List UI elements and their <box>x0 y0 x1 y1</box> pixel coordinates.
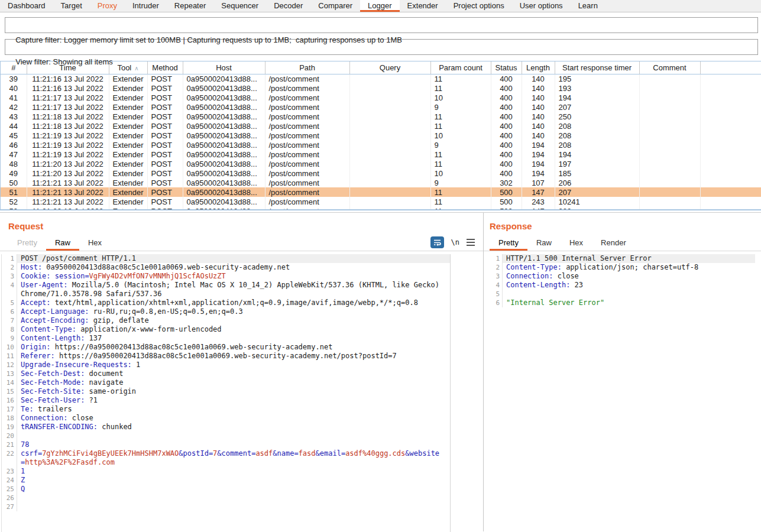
editor-line: 231 <box>2 467 450 476</box>
editor-line: 27 <box>2 502 450 511</box>
editor-line: 10Origin: https://0a9500020413d88ac08c5c… <box>2 343 450 352</box>
column-header-length[interactable]: Length <box>522 61 555 74</box>
menu-tab-target[interactable]: Target <box>53 0 90 12</box>
column-header-status[interactable]: Status <box>491 61 522 74</box>
menu-tab-user-options[interactable]: User options <box>512 0 571 12</box>
top-menu-bar: DashboardTargetProxyIntruderRepeaterSequ… <box>0 0 761 12</box>
editor-line: 3Connection: close <box>487 272 755 281</box>
tab-pretty[interactable]: Pretty <box>8 236 46 251</box>
editor-line: 25Q <box>2 485 450 494</box>
menu-tab-repeater[interactable]: Repeater <box>167 0 213 12</box>
editor-line: 24Z <box>2 476 450 485</box>
response-title: Response <box>490 221 761 231</box>
column-header-path[interactable]: Path <box>265 61 349 74</box>
table-row[interactable]: 4411:21:18 13 Jul 2022ExtenderPOST0a9500… <box>1 121 761 131</box>
response-panel: Response PrettyRawHexRender 1HTTP/1.1 50… <box>484 213 761 531</box>
tab-render[interactable]: Render <box>592 236 635 251</box>
column-header-tool[interactable]: Tool∧ <box>109 61 147 74</box>
request-editor[interactable]: 1POST /post/comment HTTP/1.12Host: 0a950… <box>1 254 451 532</box>
table-row[interactable]: 5111:21:21 13 Jul 2022ExtenderPOST0a9500… <box>1 187 761 197</box>
table-header-row: #TimeTool∧MethodHostPathQueryParam count… <box>1 61 761 74</box>
editor-line: 17Te: trailers <box>2 405 450 414</box>
editor-line: 2Content-Type: application/json; charset… <box>487 263 755 272</box>
word-wrap-icon <box>433 239 442 246</box>
newline-toggle-button[interactable]: \n <box>451 238 459 246</box>
editor-line: 4User-Agent: Mozilla/5.0 (Macintosh; Int… <box>2 281 450 299</box>
tab-pretty[interactable]: Pretty <box>490 236 527 251</box>
editor-line: 6"Internal Server Error" <box>487 299 755 307</box>
table-row[interactable]: 4911:21:20 13 Jul 2022ExtenderPOST0a9500… <box>1 168 761 178</box>
tab-hex[interactable]: Hex <box>79 236 111 251</box>
menu-tab-logger[interactable]: Logger <box>360 0 399 12</box>
response-tabs: PrettyRawHexRender <box>484 236 761 251</box>
editor-line: 4Content-Length: 23 <box>487 281 755 290</box>
editor-line: 5Accept: text/html,application/xhtml+xml… <box>2 299 450 307</box>
editor-line: 19tRANSFER-ENCODING: chunked <box>2 423 450 432</box>
capture-filter-text: Capture filter: Logger memory limit set … <box>15 35 402 44</box>
menu-tab-decoder[interactable]: Decoder <box>266 0 310 12</box>
editor-line: 15Sec-Fetch-Site: same-origin <box>2 387 450 396</box>
column-header-start-response-timer[interactable]: Start response timer <box>555 61 639 74</box>
column-header-host[interactable]: Host <box>183 61 265 74</box>
tab-hex[interactable]: Hex <box>561 236 592 251</box>
editor-line: 6Accept-Language: ru-RU,ru;q=0.8,en-US;q… <box>2 307 450 316</box>
editor-line: 26 <box>2 494 450 502</box>
column-header-method[interactable]: Method <box>147 61 183 74</box>
table-row[interactable]: 5311:21:22 13 Jul 2022ExtenderPOST0a9500… <box>1 206 761 210</box>
column-header-query[interactable]: Query <box>349 61 430 74</box>
column-header-param-count[interactable]: Param count <box>430 61 491 74</box>
table-row[interactable]: 5211:21:21 13 Jul 2022ExtenderPOST0a9500… <box>1 197 761 206</box>
table-row[interactable]: 4511:21:19 13 Jul 2022ExtenderPOST0a9500… <box>1 131 761 140</box>
editor-line: 16Sec-Fetch-User: ?1 <box>2 396 450 405</box>
table-row[interactable]: 4311:21:18 13 Jul 2022ExtenderPOST0a9500… <box>1 112 761 121</box>
tab-raw[interactable]: Raw <box>46 236 79 251</box>
editor-menu-icon[interactable] <box>467 237 475 248</box>
editor-line: 7Accept-Encoding: gzip, deflate <box>2 316 450 325</box>
menu-tab-comparer[interactable]: Comparer <box>310 0 360 12</box>
editor-line: 18Connection: close <box>2 414 450 423</box>
table-row[interactable]: 4211:21:17 13 Jul 2022ExtenderPOST0a9500… <box>1 102 761 112</box>
request-tabs: PrettyRawHex \n <box>0 236 483 251</box>
editor-line: 14Sec-Fetch-Mode: navigate <box>2 378 450 387</box>
editor-line: 1POST /post/comment HTTP/1.1 <box>2 254 450 263</box>
table-row[interactable]: 4711:21:19 13 Jul 2022ExtenderPOST0a9500… <box>1 150 761 159</box>
table-row[interactable]: 4811:21:20 13 Jul 2022ExtenderPOST0a9500… <box>1 159 761 168</box>
editor-line: 9Content-Length: 137 <box>2 334 450 343</box>
request-panel: Request PrettyRawHex \n 1POST /post/comm… <box>0 213 484 531</box>
pretty-print-toggle-button[interactable] <box>430 236 444 248</box>
menu-tab-learn[interactable]: Learn <box>571 0 605 12</box>
editor-line: 5 <box>487 290 755 299</box>
editor-line: 2Host: 0a9500020413d88ac08c5c1e001a0069.… <box>2 263 450 272</box>
response-editor[interactable]: 1HTTP/1.1 500 Internal Server Error2Cont… <box>487 254 755 532</box>
editor-line: 2178 <box>2 440 450 449</box>
editor-line: 8Content-Type: application/x-www-form-ur… <box>2 325 450 334</box>
editor-line: 20 <box>2 432 450 440</box>
menu-tab-dashboard[interactable]: Dashboard <box>0 0 53 12</box>
tab-raw[interactable]: Raw <box>527 236 561 251</box>
column-header-comment[interactable]: Comment <box>639 61 700 74</box>
table-row[interactable]: 5011:21:21 13 Jul 2022ExtenderPOST0a9500… <box>1 178 761 187</box>
logger-table: #TimeTool∧MethodHostPathQueryParam count… <box>0 61 761 210</box>
menu-tab-extender[interactable]: Extender <box>400 0 446 12</box>
table-row[interactable]: 4611:21:19 13 Jul 2022ExtenderPOST0a9500… <box>1 140 761 150</box>
editor-line: 13Sec-Fetch-Dest: document <box>2 369 450 378</box>
menu-tab-intruder[interactable]: Intruder <box>125 0 167 12</box>
sort-ascending-icon: ∧ <box>134 65 138 72</box>
editor-line: 11Referer: https://0a9500020413d88ac08c5… <box>2 352 450 361</box>
table-row[interactable]: 3911:21:16 13 Jul 2022ExtenderPOST0a9500… <box>1 74 761 83</box>
editor-line: 22csrf=7gYzhMCiFvi4gBEyUEEk7HmHSHM7xWAO&… <box>2 449 450 467</box>
capture-filter-bar[interactable]: Capture filter: Logger memory limit set … <box>5 17 758 33</box>
request-title: Request <box>8 221 483 231</box>
editor-line: 12Upgrade-Insecure-Requests: 1 <box>2 361 450 369</box>
menu-tab-proxy[interactable]: Proxy <box>90 0 125 12</box>
editor-line: 1HTTP/1.1 500 Internal Server Error <box>487 254 755 263</box>
table-row[interactable]: 4111:21:17 13 Jul 2022ExtenderPOST0a9500… <box>1 93 761 102</box>
menu-tab-sequencer[interactable]: Sequencer <box>213 0 266 12</box>
menu-tab-project-options[interactable]: Project options <box>446 0 512 12</box>
editor-line: 3Cookie: session=VgFWy4D2vMfON7vMNMhjQ1S… <box>2 272 450 281</box>
table-row[interactable]: 4011:21:16 13 Jul 2022ExtenderPOST0a9500… <box>1 83 761 93</box>
